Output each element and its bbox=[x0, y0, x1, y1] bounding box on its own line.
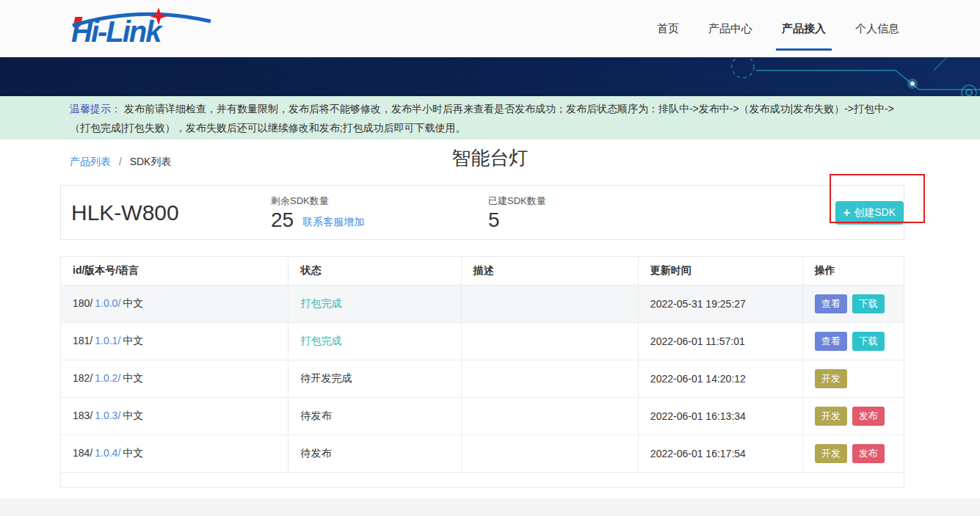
remaining-sdk-value: 25 bbox=[271, 210, 294, 230]
col-updated: 更新时间 bbox=[638, 257, 802, 286]
plus-icon bbox=[843, 207, 850, 219]
page-head: 产品列表 / SDK列表 智能台灯 bbox=[0, 139, 980, 185]
view-button[interactable]: 查看 bbox=[815, 332, 847, 351]
version-link[interactable]: 1.0.1/ bbox=[95, 335, 120, 346]
banner-circuit-decoration bbox=[727, 57, 980, 96]
download-button[interactable]: 下载 bbox=[852, 294, 885, 313]
row-id: 181/ bbox=[73, 335, 92, 346]
created-sdk-value: 5 bbox=[488, 210, 500, 230]
row-id: 182/ bbox=[73, 372, 92, 384]
row-lang: 中文 bbox=[123, 297, 143, 309]
notice-text: 发布前请详细检查，并有数量限制，发布后将不能够修改，发布半小时后再来查看是否发布… bbox=[70, 103, 894, 134]
version-link[interactable]: 1.0.0/ bbox=[95, 297, 120, 309]
table-header-row: id/版本号/语言 状态 描述 更新时间 操作 bbox=[61, 257, 904, 286]
sdk-table-container: id/版本号/语言 状态 描述 更新时间 操作 180/1.0.0/中文 打包完… bbox=[60, 256, 904, 488]
table-row: 181/1.0.1/中文 打包完成 2022-06-01 11:57:01 查看… bbox=[61, 323, 904, 360]
develop-button[interactable]: 开发 bbox=[815, 369, 847, 388]
page-title: 智能台灯 bbox=[0, 145, 980, 171]
create-sdk-button-label: 创建SDK bbox=[854, 206, 896, 219]
row-lang: 中文 bbox=[123, 335, 143, 346]
remaining-sdk-label: 剩余SDK数量 bbox=[271, 195, 488, 208]
table-row: 183/1.0.3/中文 待发布 2022-06-01 16:13:34 开发发… bbox=[61, 398, 904, 435]
version-link[interactable]: 1.0.3/ bbox=[95, 410, 120, 421]
develop-button[interactable]: 开发 bbox=[815, 407, 847, 426]
version-link[interactable]: 1.0.4/ bbox=[95, 447, 120, 459]
row-id: 183/ bbox=[73, 410, 92, 421]
hero-banner bbox=[0, 57, 980, 96]
download-button[interactable]: 下载 bbox=[852, 332, 885, 351]
publish-button[interactable]: 发布 bbox=[852, 444, 885, 463]
nav-item-personal-info[interactable]: 个人信息 bbox=[854, 19, 901, 39]
contact-support-link[interactable]: 联系客服增加 bbox=[302, 216, 364, 230]
col-description: 描述 bbox=[461, 257, 638, 286]
status-text: 打包完成 bbox=[300, 335, 341, 346]
row-id: 180/ bbox=[73, 297, 92, 309]
row-updated: 2022-05-31 19:25:27 bbox=[650, 298, 746, 310]
status-text: 待发布 bbox=[300, 447, 331, 459]
logo-star-icon bbox=[150, 7, 167, 25]
table-row: 184/1.0.4/中文 待发布 2022-06-01 16:17:54 开发发… bbox=[61, 435, 904, 473]
col-status: 状态 bbox=[288, 257, 461, 286]
table-row: 180/1.0.0/中文 打包完成 2022-05-31 19:25:27 查看… bbox=[61, 286, 904, 323]
created-sdk-label: 已建SDK数量 bbox=[488, 195, 705, 208]
row-updated: 2022-06-01 16:13:34 bbox=[650, 410, 746, 422]
table-row: 182/1.0.2/中文 待开发完成 2022-06-01 14:20:12 开… bbox=[61, 360, 904, 398]
row-lang: 中文 bbox=[123, 372, 143, 384]
notice-prefix: 温馨提示： bbox=[70, 103, 121, 115]
product-name: HLK-W800 bbox=[71, 200, 271, 225]
develop-button[interactable]: 开发 bbox=[815, 444, 847, 463]
status-text: 打包完成 bbox=[300, 297, 341, 309]
row-id: 184/ bbox=[73, 447, 92, 459]
remaining-sdk-stat: 剩余SDK数量 25 联系客服增加 bbox=[271, 195, 488, 230]
row-updated: 2022-06-01 14:20:12 bbox=[650, 373, 746, 385]
version-link[interactable]: 1.0.2/ bbox=[95, 372, 120, 384]
nav-item-home[interactable]: 首页 bbox=[656, 19, 680, 39]
row-updated: 2022-06-01 16:17:54 bbox=[650, 448, 746, 459]
status-text: 待开发完成 bbox=[300, 372, 352, 384]
main-nav: 首页 产品中心 产品接入 个人信息 bbox=[656, 19, 901, 39]
col-id-version-lang: id/版本号/语言 bbox=[61, 257, 288, 286]
hilink-logo[interactable]: Hi-Link bbox=[70, 7, 217, 51]
nav-item-product-access[interactable]: 产品接入 bbox=[780, 19, 827, 39]
view-button[interactable]: 查看 bbox=[815, 294, 847, 313]
status-text: 待发布 bbox=[300, 410, 331, 421]
notice-bar: 温馨提示： 发布前请详细检查，并有数量限制，发布后将不能够修改，发布半小时后再来… bbox=[0, 96, 980, 139]
row-lang: 中文 bbox=[123, 447, 143, 459]
top-header: Hi-Link 首页 产品中心 产品接入 个人信息 bbox=[0, 0, 980, 57]
sdk-table: id/版本号/语言 状态 描述 更新时间 操作 180/1.0.0/中文 打包完… bbox=[61, 257, 904, 473]
created-sdk-stat: 已建SDK数量 5 bbox=[488, 195, 705, 230]
nav-item-product-center[interactable]: 产品中心 bbox=[707, 19, 754, 39]
col-actions: 操作 bbox=[802, 257, 904, 286]
product-summary-card: HLK-W800 剩余SDK数量 25 联系客服增加 已建SDK数量 5 创建S… bbox=[60, 185, 904, 240]
row-updated: 2022-06-01 11:57:01 bbox=[650, 335, 745, 347]
create-sdk-button[interactable]: 创建SDK bbox=[835, 201, 904, 225]
logo-swoosh-icon bbox=[70, 7, 217, 51]
row-lang: 中文 bbox=[123, 410, 143, 421]
page: Hi-Link 首页 产品中心 产品接入 个人信息 温馨提示： 发布前 bbox=[0, 0, 980, 498]
publish-button[interactable]: 发布 bbox=[852, 407, 885, 426]
